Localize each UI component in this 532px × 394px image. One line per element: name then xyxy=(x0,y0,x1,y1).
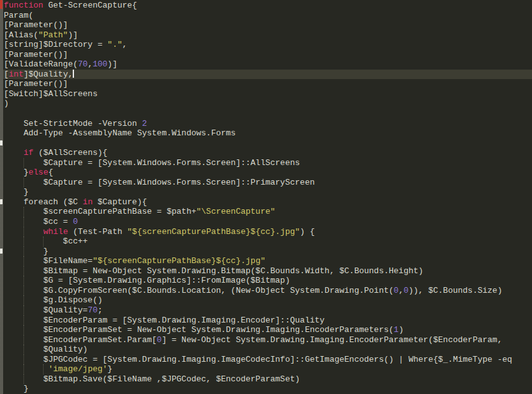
fold-marker[interactable] xyxy=(0,249,3,254)
code-token: Set-StrictMode -Version xyxy=(4,119,142,128)
code-line-37[interactable]: $JPGCodec = [System.Drawing.Imaging.Imag… xyxy=(0,355,532,365)
modified-line-marker[interactable] xyxy=(0,0,3,9)
code-line-40[interactable]: } xyxy=(0,384,532,394)
code-line-27[interactable]: $FileName="${screenCapturePathBase}${cc}… xyxy=(0,256,532,266)
code-token: $cc++ xyxy=(4,237,88,246)
code-line-38[interactable]: 'image/jpeg'} xyxy=(0,364,532,374)
text-caret xyxy=(73,70,74,78)
code-token: "." xyxy=(108,40,122,49)
code-token: else xyxy=(28,168,48,177)
code-token: 1 xyxy=(393,325,399,335)
code-token: )] xyxy=(108,59,118,69)
code-token: "${screenCapturePathBase}${cc}.jpg" xyxy=(127,227,300,237)
code-line-9[interactable]: [Parameter()] xyxy=(0,79,532,89)
code-line-31[interactable]: $g.Dispose() xyxy=(0,295,532,305)
code-token: ] = New-Object System.Drawing.Imaging.En… xyxy=(162,335,502,345)
code-line-34[interactable]: $EncoderParamSet = New-Object System.Dra… xyxy=(0,325,532,335)
code-token: Get-ScreenCapture{ xyxy=(43,1,137,10)
code-token: $Capture = [System.Windows.Forms.Screen]… xyxy=(4,178,314,187)
code-token: $G = [System.Drawing.Graphics]::FromImag… xyxy=(4,276,290,285)
code-token xyxy=(4,364,48,374)
code-token: $FileName= xyxy=(4,256,92,266)
code-token: "\ScreenCapture" xyxy=(196,207,275,216)
code-line-5[interactable]: [string]$Directory = ".", xyxy=(0,40,532,50)
code-token: } xyxy=(108,364,113,374)
code-token: ) xyxy=(399,325,404,335)
code-line-22[interactable]: $screenCapturePathBase = $path+"\ScreenC… xyxy=(0,207,532,217)
code-token: , xyxy=(122,40,127,49)
code-token: )), $C.Bounds.Size) xyxy=(409,286,502,295)
code-token: $g.Dispose() xyxy=(4,295,102,305)
code-token: [ValidateRange( xyxy=(4,59,78,69)
code-line-20[interactable]: } xyxy=(0,187,532,197)
code-token: } xyxy=(4,247,48,256)
code-line-30[interactable]: $G.CopyFromScreen($C.Bounds.Location, (N… xyxy=(0,286,532,296)
code-token: )] xyxy=(68,30,78,40)
fold-marker[interactable] xyxy=(0,140,3,145)
code-line-4[interactable]: [Alias("Path")] xyxy=(0,30,532,40)
code-token: $Bitmap = New-Object System.Drawing.Bitm… xyxy=(4,266,423,276)
code-token: [Parameter()] xyxy=(4,20,68,30)
code-area[interactable]: function Get-ScreenCapture{Param([Parame… xyxy=(0,1,532,394)
code-line-36[interactable]: $Quality) xyxy=(0,345,532,355)
code-line-14[interactable]: Add-Type -AssemblyName System.Windows.Fo… xyxy=(0,128,532,139)
code-token: 0 xyxy=(404,286,409,295)
code-token: 70 xyxy=(78,59,88,69)
code-token: $cc = xyxy=(4,217,73,226)
code-token: 100 xyxy=(92,59,107,69)
code-line-8[interactable]: [int]$Quality, xyxy=(0,70,532,80)
code-token: foreach ($C xyxy=(4,197,83,207)
code-token: while xyxy=(43,227,68,237)
code-token: function xyxy=(4,1,43,10)
code-line-24[interactable]: while (Test-Path "${screenCapturePathBas… xyxy=(0,227,532,237)
code-token: 70 xyxy=(88,305,98,315)
code-line-3[interactable]: [Parameter()] xyxy=(0,20,532,30)
code-line-23[interactable]: $cc = 0 xyxy=(0,217,532,227)
code-token: } xyxy=(4,384,28,393)
fold-marker[interactable] xyxy=(0,199,3,204)
code-token: 'image/jpeg' xyxy=(48,364,108,374)
code-line-13[interactable]: Set-StrictMode -Version 2 xyxy=(0,119,532,129)
code-token: [Parameter()] xyxy=(4,50,68,59)
code-line-39[interactable]: $Bitmap.Save($FileName ,$JPGCodec, $Enco… xyxy=(0,374,532,385)
code-line-6[interactable]: [Parameter()] xyxy=(0,50,532,60)
code-token: ) xyxy=(4,99,9,108)
code-line-19[interactable]: $Capture = [System.Windows.Forms.Screen]… xyxy=(0,178,532,188)
code-token: $EncoderParam = [System.Drawing.Imaging.… xyxy=(4,316,325,325)
code-line-1[interactable]: function Get-ScreenCapture{ xyxy=(0,1,532,11)
code-line-7[interactable]: [ValidateRange(70,100)] xyxy=(0,59,532,70)
code-line-15[interactable] xyxy=(0,139,532,149)
code-line-21[interactable]: foreach ($C in $Capture){ xyxy=(0,197,532,207)
code-line-29[interactable]: $G = [System.Drawing.Graphics]::FromImag… xyxy=(0,276,532,286)
code-token: 0 xyxy=(73,217,78,226)
code-token: "${screenCapturePathBase}${cc}.jpg" xyxy=(92,256,265,266)
code-token: "Path" xyxy=(39,30,68,40)
code-line-2[interactable]: Param( xyxy=(0,11,532,21)
code-token xyxy=(4,148,23,157)
code-token: Add-Type -AssemblyName System.Windows.Fo… xyxy=(4,128,236,138)
code-line-26[interactable]: } xyxy=(0,247,532,257)
code-line-11[interactable]: ) xyxy=(0,99,532,109)
code-line-10[interactable]: [Switch]$AllScreens xyxy=(0,89,532,99)
code-token: ]$Quality, xyxy=(23,70,73,79)
code-line-25[interactable]: $cc++ xyxy=(0,237,532,247)
code-line-32[interactable]: $Quality=70; xyxy=(0,305,532,316)
fold-margin[interactable] xyxy=(0,0,3,394)
code-line-17[interactable]: $Capture = [System.Windows.Forms.Screen]… xyxy=(0,158,532,168)
code-token: $JPGCodec = [System.Drawing.Imaging.Imag… xyxy=(4,355,512,364)
code-line-28[interactable]: $Bitmap = New-Object System.Drawing.Bitm… xyxy=(0,266,532,276)
code-token: $G.CopyFromScreen($C.Bounds.Location, (N… xyxy=(4,286,393,295)
code-line-33[interactable]: $EncoderParam = [System.Drawing.Imaging.… xyxy=(0,316,532,326)
code-line-12[interactable] xyxy=(0,109,532,119)
code-line-35[interactable]: $EncoderParamSet.Param[0] = New-Object S… xyxy=(0,335,532,345)
code-token: ) { xyxy=(300,227,314,237)
code-token: ; xyxy=(97,305,102,315)
code-token xyxy=(4,227,43,237)
code-token: $EncoderParamSet = New-Object System.Dra… xyxy=(4,325,393,335)
code-token: $Quality= xyxy=(4,305,88,315)
code-token: $Bitmap.Save($FileName ,$JPGCodec, $Enco… xyxy=(4,374,300,384)
code-line-16[interactable]: if ($AllScreens){ xyxy=(0,148,532,158)
code-token: , xyxy=(399,286,404,295)
code-token: in xyxy=(83,197,93,207)
code-line-18[interactable]: }else{ xyxy=(0,168,532,178)
